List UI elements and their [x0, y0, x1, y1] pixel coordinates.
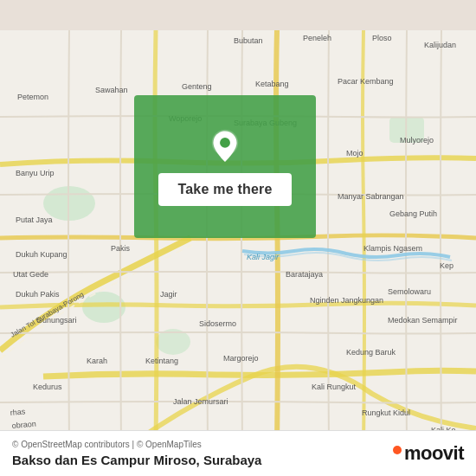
- bottom-bar: © OpenStreetMap contributors | © OpenMap…: [0, 430, 476, 476]
- svg-point-2: [82, 292, 125, 323]
- svg-text:Nginden Jangkungan: Nginden Jangkungan: [310, 296, 383, 305]
- take-me-there-button[interactable]: Take me there: [158, 173, 291, 206]
- map-background: Bubutan Peneleh Ploso Kalijudan Petemon …: [0, 0, 476, 476]
- svg-text:Mulyorejo: Mulyorejo: [400, 136, 434, 145]
- svg-text:Ketabang: Ketabang: [255, 80, 289, 88]
- svg-text:Jagir: Jagir: [160, 290, 177, 299]
- svg-text:Pacar Kembang: Pacar Kembang: [338, 77, 394, 86]
- svg-text:Semolowaru: Semolowaru: [388, 287, 431, 296]
- svg-text:Manyar Sabrangan: Manyar Sabrangan: [338, 192, 404, 201]
- svg-text:Sidosermo: Sidosermo: [199, 319, 236, 328]
- svg-text:Rungkut Kidul: Rungkut Kidul: [362, 408, 410, 417]
- map-attribution: © OpenStreetMap contributors | © OpenMap…: [12, 440, 393, 449]
- svg-text:Putat Jaya: Putat Jaya: [16, 215, 53, 224]
- moovit-text: moovit: [404, 442, 464, 465]
- overlay-box: Take me there: [134, 95, 316, 238]
- svg-text:Kedurus: Kedurus: [33, 383, 62, 391]
- svg-text:Ketintang: Ketintang: [145, 357, 178, 365]
- svg-text:rhas: rhas: [10, 407, 26, 417]
- svg-text:Petemon: Petemon: [17, 93, 48, 101]
- svg-text:Bubutan: Bubutan: [234, 36, 263, 45]
- svg-point-50: [220, 138, 230, 148]
- svg-text:Baratajaya: Baratajaya: [286, 270, 323, 279]
- svg-text:Kedung Baruk: Kedung Baruk: [346, 348, 396, 357]
- svg-text:Kali Rungkut: Kali Rungkut: [312, 383, 357, 391]
- svg-text:Kali Jagir: Kali Jagir: [247, 253, 280, 261]
- place-name: Bakso dan Es Campur Miroso, Surabaya: [12, 453, 393, 467]
- map-container: Bubutan Peneleh Ploso Kalijudan Petemon …: [0, 0, 476, 476]
- svg-text:Genteng: Genteng: [182, 82, 212, 91]
- svg-text:Kalijudan: Kalijudan: [424, 41, 456, 49]
- svg-text:Banyu Urip: Banyu Urip: [16, 169, 55, 177]
- svg-text:Medokan Semampir: Medokan Semampir: [388, 316, 458, 325]
- moovit-dot-icon: [393, 446, 402, 454]
- svg-text:Ploso: Ploso: [372, 34, 392, 42]
- svg-text:Margorejo: Margorejo: [223, 354, 259, 363]
- svg-text:Sawahan: Sawahan: [95, 86, 128, 94]
- svg-text:Jalan Jemursari: Jalan Jemursari: [173, 397, 228, 406]
- svg-text:Dukuh Kupang: Dukuh Kupang: [16, 250, 68, 259]
- bottom-left: © OpenStreetMap contributors | © OpenMap…: [12, 440, 393, 467]
- svg-text:Gebang Putih: Gebang Putih: [389, 209, 437, 218]
- svg-text:Peneleh: Peneleh: [303, 34, 331, 42]
- svg-text:Pakis: Pakis: [111, 244, 131, 253]
- location-pin-icon: [206, 128, 244, 166]
- svg-text:Kep: Kep: [440, 261, 453, 270]
- svg-text:Dukuh Pakis: Dukuh Pakis: [16, 290, 60, 299]
- svg-text:Mojo: Mojo: [346, 149, 363, 158]
- svg-text:Klampis Ngasem: Klampis Ngasem: [363, 244, 422, 253]
- svg-text:Utat Gede: Utat Gede: [13, 270, 48, 279]
- svg-text:Karah: Karah: [87, 357, 107, 365]
- moovit-logo: moovit: [393, 442, 464, 465]
